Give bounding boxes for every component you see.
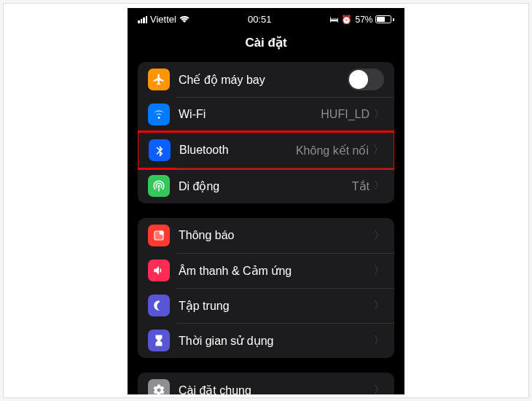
sounds-icon	[148, 260, 170, 281]
notifications-icon	[148, 225, 170, 246]
status-bar: Viettel 00:51 🛏 ⏰ 57%	[128, 8, 404, 28]
bluetooth-label: Bluetooth	[179, 144, 296, 157]
battery-percent: 57%	[355, 15, 372, 25]
alarm-icon: ⏰	[341, 15, 352, 25]
row-bluetooth[interactable]: Bluetooth Không kết nối 〉	[138, 131, 394, 170]
settings-group-general: Cài đặt chung 〉	[138, 373, 394, 394]
gear-icon	[148, 379, 170, 394]
row-sounds[interactable]: Âm thanh & Cảm ứng 〉	[138, 253, 394, 288]
airplane-label: Chế độ máy bay	[179, 73, 348, 87]
bluetooth-icon	[149, 139, 171, 161]
notifications-label: Thông báo	[179, 229, 374, 242]
chevron-icon: 〉	[374, 299, 384, 312]
cellular-label: Di động	[179, 179, 352, 193]
airplane-icon	[148, 69, 170, 90]
signal-icon	[138, 16, 147, 23]
battery-icon	[375, 15, 394, 23]
phone-screen: Viettel 00:51 🛏 ⏰ 57% Cài đặt	[128, 8, 404, 394]
settings-group-system: Thông báo 〉 Âm thanh & Cảm ứng 〉 Tập tru…	[138, 218, 394, 358]
status-time: 00:51	[248, 14, 272, 25]
general-label: Cài đặt chung	[179, 384, 374, 395]
row-cellular[interactable]: Di động Tắt 〉	[138, 168, 394, 203]
row-wifi[interactable]: Wi-Fi HUFI_LD 〉	[138, 97, 394, 132]
cellular-value: Tắt	[352, 179, 369, 193]
carrier-label: Viettel	[150, 14, 176, 25]
bluetooth-value: Không kết nối	[296, 144, 369, 157]
row-notifications[interactable]: Thông báo 〉	[138, 218, 394, 253]
wifi-icon	[148, 104, 170, 125]
screentime-label: Thời gian sử dụng	[179, 334, 374, 348]
airplane-toggle[interactable]	[348, 69, 384, 90]
row-focus[interactable]: Tập trung 〉	[138, 288, 394, 323]
status-right: 🛏 ⏰ 57%	[329, 15, 394, 25]
focus-icon	[148, 295, 170, 316]
row-general[interactable]: Cài đặt chung 〉	[138, 373, 394, 394]
chevron-icon: 〉	[374, 384, 384, 394]
wifi-status-icon	[179, 15, 189, 23]
page-title: Cài đặt	[128, 28, 404, 62]
chevron-icon: 〉	[374, 179, 384, 192]
focus-label: Tập trung	[179, 299, 374, 313]
settings-group-network: Chế độ máy bay Wi-Fi HUFI_LD 〉	[138, 62, 394, 203]
row-screentime[interactable]: Thời gian sử dụng 〉	[138, 323, 394, 358]
cellular-icon	[148, 175, 170, 197]
wifi-label: Wi-Fi	[179, 108, 321, 121]
wifi-value: HUFI_LD	[321, 108, 369, 121]
bed-icon: 🛏	[329, 15, 338, 25]
chevron-icon: 〉	[374, 334, 384, 347]
chevron-icon: 〉	[374, 229, 384, 242]
sounds-label: Âm thanh & Cảm ứng	[179, 264, 374, 278]
svg-point-2	[160, 230, 164, 235]
row-airplane-mode[interactable]: Chế độ máy bay	[138, 62, 394, 97]
status-left: Viettel	[138, 14, 189, 25]
chevron-icon: 〉	[374, 108, 384, 121]
chevron-icon: 〉	[374, 264, 384, 277]
chevron-icon: 〉	[373, 144, 383, 157]
screentime-icon	[148, 330, 170, 351]
